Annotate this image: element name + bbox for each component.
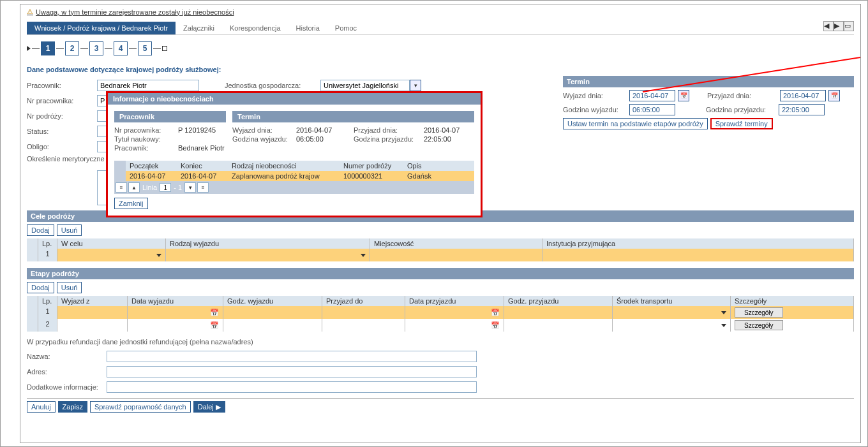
calendar-icon[interactable]: 📅 [210,309,219,317]
col-miejsc: Miejscowość [370,238,542,249]
refund-section: W przypadku refundacji dane jednostki re… [27,338,854,394]
pracownik-label: Pracownik: [27,82,97,89]
obligo-label: Obligo: [27,143,97,150]
godzina-wyjazdu-label: Godzina wyjazdu: [563,106,627,114]
dodatkowe-input[interactable] [107,381,477,393]
pager-first-icon[interactable]: ≡ [116,182,127,193]
tab-historia[interactable]: Historia [288,22,327,34]
col-godzp: Godz. przyjazdu [504,296,613,306]
nazwa-input[interactable] [107,351,477,362]
step-strip: 1 2 3 4 5 [27,41,854,55]
nazwa-label: Nazwa: [27,353,107,360]
col-przyjazddo: Przyjazd do [322,296,405,306]
chevron-down-icon[interactable] [361,254,366,257]
szczegoly-button[interactable]: Szczegóły [735,307,783,318]
zapisz-button[interactable]: Zapisz [58,401,87,413]
modal-pager: ≡ ▲ Linia - 1 ▼ ≡ [114,181,474,194]
przyjazd-dnia-input[interactable] [780,90,826,101]
etapy-row-1[interactable]: 1 📅 📅 Szczegóły [27,306,854,319]
warning-icon: ⚠ [27,8,33,16]
step-start-icon [27,46,31,51]
nrpodrozy-label: Nr podróży: [27,112,97,120]
basic-data-heading: Dane podstawowe dotyczące krajowej podró… [27,66,854,73]
ustaw-termin-button[interactable]: Ustaw termin na podstawie etapów podróży [563,118,708,129]
etapy-dodaj-button[interactable]: Dodaj [27,282,54,293]
godzina-przyjazdu-label: Godzina przyjazdu: [706,106,776,114]
godzina-przyjazdu-input[interactable] [779,104,825,115]
col-dataw: Data wyjazdu [128,296,223,306]
col-lp: Lp. [38,238,57,249]
calendar-icon[interactable]: 📅 [678,90,689,101]
pager-next-icon[interactable]: ▼ [184,182,196,193]
anuluj-button[interactable]: Anuluj [27,401,56,413]
calendar-icon[interactable]: 📅 [210,321,219,330]
pager-prev-icon[interactable]: ▲ [128,182,140,193]
tab-zalaczniki[interactable]: Załączniki [176,22,222,34]
jednostka-picker-icon[interactable]: ▾ [410,80,421,91]
form-right: Termin Wyjazd dnia: 📅 Przyjazd dnia: 📅 [563,78,854,207]
refund-heading: W przypadku refundacji dane jednostki re… [27,338,854,346]
etapy-header: Etapy podróży [27,268,854,279]
adres-input[interactable] [107,366,477,377]
etapy-usun-button[interactable]: Usuń [57,282,82,293]
calendar-icon[interactable]: 📅 [491,321,500,330]
step-4[interactable]: 4 [114,41,128,55]
modal-sec-pracownik: Pracownik [114,111,226,122]
dalej-button[interactable]: Dalej ▶ [193,401,225,413]
tab-next-icon[interactable]: ▶ [834,21,844,31]
tab-nav: ◀ ▶ ▭ [823,21,854,31]
warning-bar[interactable]: ⚠ Uwaga, w tym terminie zarejestrowane z… [27,8,854,16]
tab-strip: Wniosek / Podróż krajowa / Bednarek Piot… [27,21,854,35]
status-label: Status: [27,128,97,135]
tab-menu-icon[interactable]: ▭ [844,21,854,31]
col-szczegoly: Szczegóły [731,296,854,306]
dodatkowe-label: Dodatkowe informacje: [27,383,107,391]
col-datap: Data przyjazdu [405,296,504,306]
modal-header: Informacje o nieobecnościach [108,93,481,105]
step-1[interactable]: 1 [41,41,55,55]
col-wcelu: W celu [57,238,166,249]
chevron-down-icon[interactable] [721,324,726,327]
calendar-icon[interactable]: 📅 [491,309,500,317]
tab-pomoc[interactable]: Pomoc [327,22,364,34]
jednostka-label: Jednostka gospodarcza: [225,82,320,89]
okreslenie-label: Określenie merytoryczne [27,155,116,163]
tab-prev-icon[interactable]: ◀ [823,21,834,31]
nrprac-label: Nr pracownika: [27,97,97,105]
col-lp: Lp. [38,296,57,306]
warning-text: Uwaga, w tym terminie zarejestrowane zos… [36,8,234,16]
godzina-wyjazdu-input[interactable] [629,104,675,115]
cele-row[interactable]: 1 [27,249,854,261]
wyjazd-dnia-label: Wyjazd dnia: [563,92,627,99]
chevron-down-icon[interactable] [721,311,726,314]
etapy-row-2[interactable]: 2 📅 📅 Szczegóły [27,319,854,332]
cele-dodaj-button[interactable]: Dodaj [27,224,54,236]
sprawdz-poprawnosc-button[interactable]: Sprawdź poprawność danych [90,401,191,413]
modal-absence-row[interactable]: 2016-04-07 2016-04-07 Zaplanowana podróż… [114,171,474,181]
absence-info-modal: Informacje o nieobecnościach Pracownik T… [106,91,483,217]
wyjazd-dnia-input[interactable] [629,90,675,101]
pager-last-icon[interactable]: ≡ [197,182,209,193]
pracownik-input[interactable] [97,80,199,91]
main-container: ⚠ Uwaga, w tym terminie zarejestrowane z… [20,4,861,443]
przyjazd-dnia-label: Przyjazd dnia: [707,92,777,99]
cele-usun-button[interactable]: Usuń [57,224,82,236]
tab-wniosek[interactable]: Wniosek / Podróż krajowa / Bednarek Piot… [27,22,176,34]
col-srodek: Środek transportu [613,296,731,306]
chevron-down-icon[interactable] [156,254,161,257]
jednostka-input[interactable] [320,80,410,91]
tab-korespondencja[interactable]: Korespondencja [222,22,288,34]
adres-label: Adres: [27,368,107,376]
step-5[interactable]: 5 [138,41,152,55]
col-godzw: Godz. wyjazdu [223,296,322,306]
step-2[interactable]: 2 [65,41,79,55]
step-end-icon [162,46,167,51]
calendar-icon[interactable]: 📅 [828,90,840,101]
szczegoly-button[interactable]: Szczegóły [735,320,783,330]
modal-zamknij-button[interactable]: Zamknij [114,198,148,209]
pager-line-input[interactable] [160,183,171,192]
modal-sec-termin: Termin [232,111,474,122]
step-3[interactable]: 3 [89,41,103,55]
footer-bar: Anuluj Zapisz Sprawdź poprawność danych … [27,398,854,413]
sprawdz-terminy-button[interactable]: Sprawdź terminy [710,118,773,129]
